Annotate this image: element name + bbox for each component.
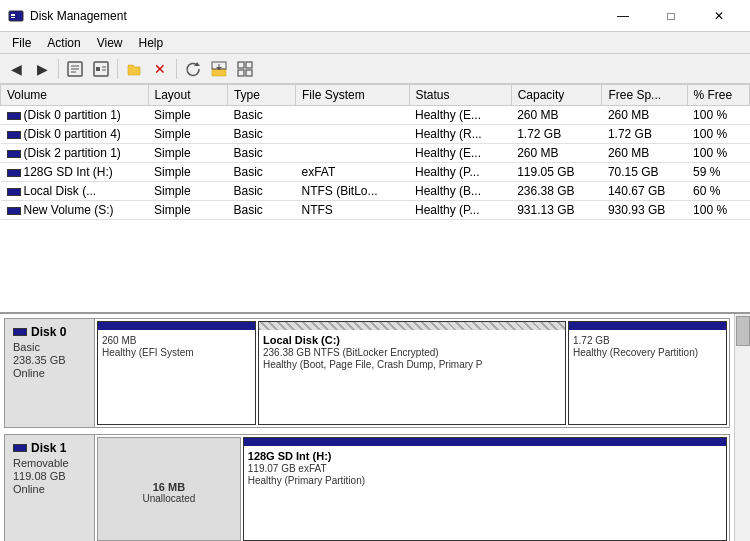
- table-row[interactable]: (Disk 2 partition 1) Simple Basic Health…: [1, 144, 750, 163]
- partition-size-0-2: 1.72 GB: [573, 335, 722, 346]
- svg-rect-18: [238, 70, 244, 76]
- partition-status-0-1: Healthy (Boot, Page File, Crash Dump, Pr…: [263, 359, 561, 370]
- main-content: Volume Layout Type File System Status Ca…: [0, 84, 750, 541]
- table-header-row: Volume Layout Type File System Status Ca…: [1, 85, 750, 106]
- col-status[interactable]: Status: [409, 85, 511, 106]
- cell-free: 930.93 GB: [602, 201, 687, 220]
- partition-0-2[interactable]: 1.72 GB Healthy (Recovery Partition): [568, 321, 727, 425]
- cell-volume: New Volume (S:): [1, 201, 149, 220]
- title-bar: Disk Management — □ ✕: [0, 0, 750, 32]
- table-body: (Disk 0 partition 1) Simple Basic Health…: [1, 106, 750, 220]
- export-icon: [211, 61, 227, 77]
- cell-layout: Simple: [148, 182, 227, 201]
- cell-status: Healthy (P...: [409, 163, 511, 182]
- disk-status-0: Online: [13, 367, 86, 379]
- cell-filesystem: [296, 144, 409, 163]
- svg-rect-12: [212, 69, 226, 76]
- toolbar-back[interactable]: ◀: [4, 57, 28, 81]
- disk-type-1: Removable: [13, 457, 86, 469]
- partition-status-0-2: Healthy (Recovery Partition): [573, 347, 722, 358]
- table-row[interactable]: (Disk 0 partition 4) Simple Basic Health…: [1, 125, 750, 144]
- scrollbar-right[interactable]: [734, 314, 750, 542]
- action2-icon: [93, 61, 109, 77]
- toolbar-properties[interactable]: [63, 57, 87, 81]
- cell-free: 70.15 GB: [602, 163, 687, 182]
- disk-type-0: Basic: [13, 341, 86, 353]
- cell-capacity: 1.72 GB: [511, 125, 602, 144]
- cell-status: Healthy (R...: [409, 125, 511, 144]
- cell-pct: 59 %: [687, 163, 749, 182]
- partition-size-0-1: 236.38 GB NTFS (BitLocker Encrypted): [263, 347, 561, 358]
- menu-action[interactable]: Action: [39, 34, 88, 52]
- cell-volume: Local Disk (...: [1, 182, 149, 201]
- col-volume[interactable]: Volume: [1, 85, 149, 106]
- cell-type: Basic: [227, 144, 295, 163]
- col-layout[interactable]: Layout: [148, 85, 227, 106]
- cell-status: Healthy (E...: [409, 144, 511, 163]
- table-row[interactable]: (Disk 0 partition 1) Simple Basic Health…: [1, 106, 750, 125]
- col-pct[interactable]: % Free: [687, 85, 749, 106]
- disk-status-1: Online: [13, 483, 86, 495]
- cell-layout: Simple: [148, 106, 227, 125]
- cell-status: Healthy (B...: [409, 182, 511, 201]
- cell-type: Basic: [227, 125, 295, 144]
- partition-1-1[interactable]: 128G SD Int (H:) 119.07 GB exFAT Healthy…: [243, 437, 727, 541]
- cell-type: Basic: [227, 182, 295, 201]
- disk-size-1: 119.08 GB: [13, 470, 86, 482]
- menu-help[interactable]: Help: [131, 34, 172, 52]
- col-free[interactable]: Free Sp...: [602, 85, 687, 106]
- disk-partitions-0: 260 MB Healthy (EFI System Local Disk (C…: [95, 319, 729, 427]
- col-filesystem[interactable]: File System: [296, 85, 409, 106]
- toolbar-open[interactable]: [122, 57, 146, 81]
- maximize-button[interactable]: □: [648, 6, 694, 26]
- partition-name-0-1: Local Disk (C:): [263, 334, 561, 346]
- cell-filesystem: [296, 106, 409, 125]
- table-row[interactable]: Local Disk (... Simple Basic NTFS (BitLo…: [1, 182, 750, 201]
- cell-pct: 100 %: [687, 106, 749, 125]
- cell-volume: 128G SD Int (H:): [1, 163, 149, 182]
- table-row[interactable]: 128G SD Int (H:) Simple Basic exFAT Heal…: [1, 163, 750, 182]
- disk-icon-1: [13, 444, 27, 452]
- scrollbar-thumb[interactable]: [736, 316, 750, 346]
- menu-view[interactable]: View: [89, 34, 131, 52]
- unallocated-size-1-0: 16 MB: [153, 481, 185, 493]
- toolbar-forward[interactable]: ▶: [30, 57, 54, 81]
- disk-number-1: Disk 1: [13, 441, 86, 455]
- close-button[interactable]: ✕: [696, 6, 742, 26]
- cell-volume: (Disk 0 partition 1): [1, 106, 149, 125]
- disk-row-0: Disk 0 Basic 238.35 GB Online 260 MB Hea…: [4, 318, 730, 428]
- partition-0-1[interactable]: Local Disk (C:) 236.38 GB NTFS (BitLocke…: [258, 321, 566, 425]
- cell-filesystem: NTFS (BitLo...: [296, 182, 409, 201]
- cell-type: Basic: [227, 201, 295, 220]
- col-capacity[interactable]: Capacity: [511, 85, 602, 106]
- svg-rect-19: [246, 70, 252, 76]
- svg-rect-1: [11, 14, 15, 16]
- disk-area[interactable]: Disk 0 Basic 238.35 GB Online 260 MB Hea…: [0, 314, 750, 542]
- partition-name-1-1: 128G SD Int (H:): [248, 450, 722, 462]
- partition-header-1-1: [244, 438, 726, 446]
- refresh-icon: [185, 61, 201, 77]
- menu-bar: File Action View Help: [0, 32, 750, 54]
- cell-free: 140.67 GB: [602, 182, 687, 201]
- unallocated-1-0[interactable]: 16 MB Unallocated: [97, 437, 241, 541]
- svg-rect-16: [238, 62, 244, 68]
- menu-file[interactable]: File: [4, 34, 39, 52]
- toolbar-refresh[interactable]: [181, 57, 205, 81]
- minimize-button[interactable]: —: [600, 6, 646, 26]
- col-type[interactable]: Type: [227, 85, 295, 106]
- toolbar-export[interactable]: [207, 57, 231, 81]
- cell-layout: Simple: [148, 201, 227, 220]
- toolbar-action2[interactable]: [89, 57, 113, 81]
- partition-0-0[interactable]: 260 MB Healthy (EFI System: [97, 321, 256, 425]
- disk-row-1: Disk 1 Removable 119.08 GB Online 16 MB …: [4, 434, 730, 542]
- svg-rect-17: [246, 62, 252, 68]
- volume-table-area[interactable]: Volume Layout Type File System Status Ca…: [0, 84, 750, 314]
- toolbar-grid[interactable]: [233, 57, 257, 81]
- table-row[interactable]: New Volume (S:) Simple Basic NTFS Health…: [1, 201, 750, 220]
- toolbar-delete[interactable]: ✕: [148, 57, 172, 81]
- svg-rect-2: [11, 17, 15, 18]
- unallocated-label-1-0: Unallocated: [142, 493, 195, 504]
- cell-capacity: 236.38 GB: [511, 182, 602, 201]
- toolbar-sep3: [176, 59, 177, 79]
- disk-id-1: Disk 1: [31, 441, 66, 455]
